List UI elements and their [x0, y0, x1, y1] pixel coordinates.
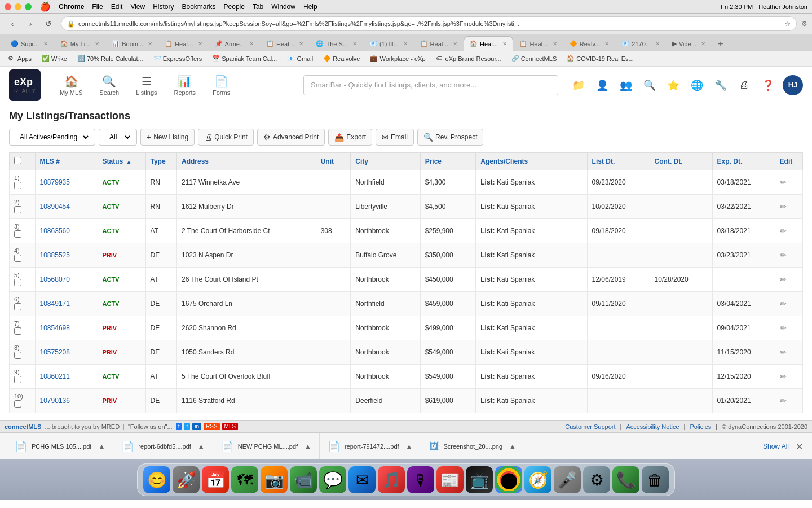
tab-close-icon[interactable]: ✕ — [352, 41, 357, 47]
filename-label[interactable]: NEW PCHG ML....pdf — [238, 443, 298, 450]
tab-close-icon[interactable]: ✕ — [701, 41, 705, 47]
export-button[interactable]: 📤 Export — [328, 129, 372, 146]
mls-link[interactable]: 10879935 — [40, 178, 70, 186]
dock-icon-chrome[interactable]: ⬤ — [495, 466, 522, 493]
address-text[interactable]: connectmls11.mredllc.com/mls/listings/my… — [78, 20, 782, 27]
browser-tab-3[interactable]: 📋Heat...✕ — [158, 36, 208, 51]
tab-close-icon[interactable]: ✕ — [403, 41, 408, 47]
col-listdt[interactable]: List Dt. — [587, 153, 650, 170]
mls-link[interactable]: 10860211 — [40, 373, 70, 380]
tab-close-icon[interactable]: ✕ — [604, 41, 609, 47]
row-checkbox[interactable] — [14, 182, 21, 189]
browser-tab-7[interactable]: 📧(1) Ill...✕ — [363, 36, 414, 51]
add-contact-icon[interactable]: 👥 — [617, 76, 635, 94]
chevron-up-icon[interactable]: ▲ — [198, 443, 205, 450]
dock-icon-system[interactable]: ⚙ — [583, 466, 610, 493]
dock-icon-launchpad[interactable]: 🚀 — [173, 466, 200, 493]
dock-icon-safari[interactable]: 🧭 — [524, 466, 551, 493]
policies-link[interactable]: Policies — [690, 423, 711, 430]
bookmark-wrike[interactable]: ✅Wrike — [38, 54, 70, 64]
linkedin-icon[interactable]: in — [192, 423, 201, 430]
bookmark-expressoffers[interactable]: 📨ExpressOffers — [150, 54, 206, 64]
bookmark-realvolve[interactable]: 🔶Realvolve — [320, 54, 363, 64]
dock-icon-appletv[interactable]: 📺 — [466, 466, 493, 493]
bookmark-star-icon[interactable]: ☆ — [785, 20, 791, 28]
minimize-button[interactable] — [15, 3, 21, 10]
row-checkbox[interactable] — [14, 400, 21, 408]
status-filter[interactable]: All Actives/Pending All Active All Pendi… — [9, 129, 95, 146]
browser-nav-buttons[interactable]: ‹ › ↺ — [5, 16, 56, 32]
mls-link[interactable]: 10885525 — [40, 251, 70, 259]
bookmark-spaniak-team-cal---[interactable]: 📅Spaniak Team Cal... — [209, 54, 280, 64]
add-tab-button[interactable]: + — [714, 37, 727, 51]
type-filter-select[interactable]: All RN AT DE — [104, 129, 132, 145]
browser-tab-9[interactable]: 🏠Heat...✕ — [464, 36, 513, 51]
chevron-up-icon[interactable]: ▲ — [98, 443, 105, 450]
menu-window[interactable]: Window — [271, 3, 295, 11]
rev-prospect-button[interactable]: 🔍 Rev. Prospect — [417, 129, 483, 146]
customer-support-link[interactable]: Customer Support — [565, 423, 615, 430]
browser-tab-13[interactable]: ▶Vide...✕ — [666, 36, 712, 51]
filename-label[interactable]: report-791472....pdf — [345, 443, 399, 450]
dock-icon-messages[interactable]: 💬 — [319, 466, 346, 493]
tab-close-icon[interactable]: ✕ — [198, 41, 202, 47]
mls-link[interactable]: 10863560 — [40, 227, 70, 235]
menu-edit[interactable]: Edit — [111, 3, 123, 11]
advanced-print-button[interactable]: ⚙ Advanced Print — [257, 129, 325, 146]
filename-label[interactable]: report-6dbfd5....pdf — [138, 443, 191, 450]
chevron-up-icon[interactable]: ▲ — [406, 443, 413, 450]
facebook-icon[interactable]: f — [176, 423, 182, 430]
mls-link[interactable]: 10568070 — [40, 275, 70, 283]
apple-menu[interactable]: 🍎 — [39, 1, 51, 12]
edit-icon[interactable]: ✏ — [780, 178, 787, 187]
mls-link[interactable]: 10849171 — [40, 300, 70, 308]
dock-icon-phone[interactable]: 📞 — [612, 466, 639, 493]
app-name[interactable]: Chrome — [59, 3, 84, 11]
dock-icon-finder[interactable]: 😊 — [143, 466, 170, 493]
row-checkbox[interactable] — [14, 255, 21, 262]
reload-button[interactable]: ↺ — [41, 16, 56, 32]
globe-icon[interactable]: 🌐 — [688, 76, 706, 94]
dock-icon-mail[interactable]: ✉ — [348, 466, 376, 493]
email-button[interactable]: ✉ Email — [376, 129, 414, 146]
tab-close-icon[interactable]: ✕ — [148, 41, 152, 47]
smartbar[interactable]: SmartBar - Quickly find listings, client… — [303, 75, 558, 95]
edit-icon[interactable]: ✏ — [780, 202, 787, 211]
status-filter-select[interactable]: All Actives/Pending All Active All Pendi… — [14, 129, 90, 145]
edit-icon[interactable]: ✏ — [780, 226, 787, 235]
twitter-icon[interactable]: t — [184, 423, 190, 430]
filename-label[interactable]: Screenshot_20....png — [444, 443, 503, 450]
edit-icon[interactable]: ✏ — [780, 348, 787, 357]
forward-button[interactable]: › — [23, 16, 38, 32]
bookmark-exp-brand-resour---[interactable]: 🏷eXp Brand Resour... — [433, 54, 505, 64]
edit-icon[interactable]: ✏ — [780, 396, 787, 405]
maximize-button[interactable] — [25, 3, 32, 10]
bookmark-covid-19-real-es---[interactable]: 🏠COVID-19 Real Es... — [563, 54, 637, 64]
smartbar-placeholder[interactable]: SmartBar - Quickly find listings, client… — [311, 81, 476, 89]
select-all-checkbox[interactable] — [14, 157, 21, 164]
traffic-lights[interactable] — [5, 3, 32, 10]
rss-icon[interactable]: RSS — [204, 423, 220, 430]
folder-icon[interactable]: 📁 — [570, 76, 588, 94]
menu-tab[interactable]: Tab — [253, 3, 263, 11]
chevron-up-icon[interactable]: ▲ — [304, 443, 311, 450]
row-checkbox[interactable] — [14, 352, 21, 359]
edit-icon[interactable]: ✏ — [780, 275, 787, 284]
chevron-up-icon[interactable]: ▲ — [509, 443, 516, 450]
dock-icon-siri[interactable]: 🎤 — [554, 466, 581, 493]
dock-icon-news[interactable]: 📰 — [436, 466, 464, 493]
dock-icon-calendar[interactable]: 📅 — [202, 466, 229, 493]
edit-icon[interactable]: ✏ — [780, 372, 787, 381]
address-bar[interactable]: 🔒 connectmls11.mredllc.com/mls/listings/… — [61, 16, 797, 31]
mls-link[interactable]: 10575208 — [40, 348, 70, 356]
search-icon[interactable]: 🔍 — [641, 76, 659, 94]
browser-tab-12[interactable]: 📧2170...✕ — [615, 36, 666, 51]
star-icon[interactable]: ⭐ — [664, 76, 682, 94]
menu-file[interactable]: File — [92, 3, 103, 11]
nav-item-forms[interactable]: 📄Forms — [205, 71, 238, 99]
type-filter[interactable]: All RN AT DE — [99, 129, 137, 146]
row-checkbox[interactable] — [14, 230, 21, 238]
tools-icon[interactable]: 🔧 — [712, 76, 730, 94]
browser-tab-1[interactable]: 🏠My Li...✕ — [54, 36, 105, 51]
bookmark-gmail[interactable]: 📧Gmail — [284, 54, 316, 64]
